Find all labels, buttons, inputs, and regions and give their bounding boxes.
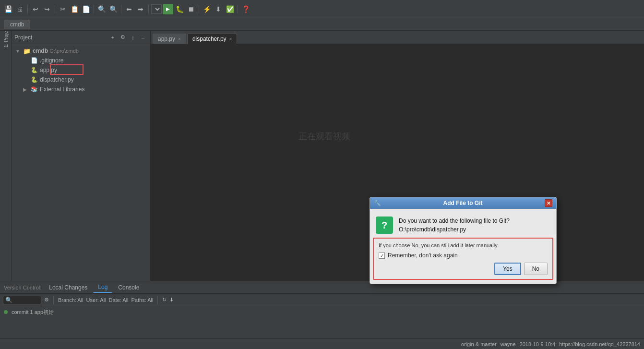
dialog-btn-row: Yes No [379,263,548,275]
dialog-message-line2: O:\pro\cmdb\dispatcher.py [399,225,510,234]
dialog-message-line1: Do you want to add the following file to… [399,217,510,225]
dialog-sub-text: If you choose No, you can still add it l… [379,242,548,248]
dialog-no-btn[interactable]: No [524,263,548,275]
dialog-title-icon: 🔧 [374,200,381,206]
dialog-remember-checkbox[interactable]: ✓ [379,253,385,259]
dialog-icon-row: ? Do you want to add the following file … [370,209,556,238]
dialog-question-icon: ? [376,217,393,234]
add-file-dialog: 🔧 Add File to Git ✕ ? Do you want to add… [370,197,557,284]
dialog-overlay: 🔧 Add File to Git ✕ ? Do you want to add… [0,0,644,349]
dialog-sub-area: If you choose No, you can still add it l… [373,238,553,280]
dialog-checkbox-row: ✓ Remember, don't ask again [379,252,548,259]
dialog-yes-btn[interactable]: Yes [494,263,521,275]
dialog-titlebar: 🔧 Add File to Git ✕ [370,197,556,209]
dialog-message: Do you want to add the following file to… [399,217,510,234]
dialog-remember-label: Remember, don't ask again [388,252,458,259]
dialog-close-btn[interactable]: ✕ [545,199,552,207]
dialog-title-text: Add File to Git [443,200,483,206]
